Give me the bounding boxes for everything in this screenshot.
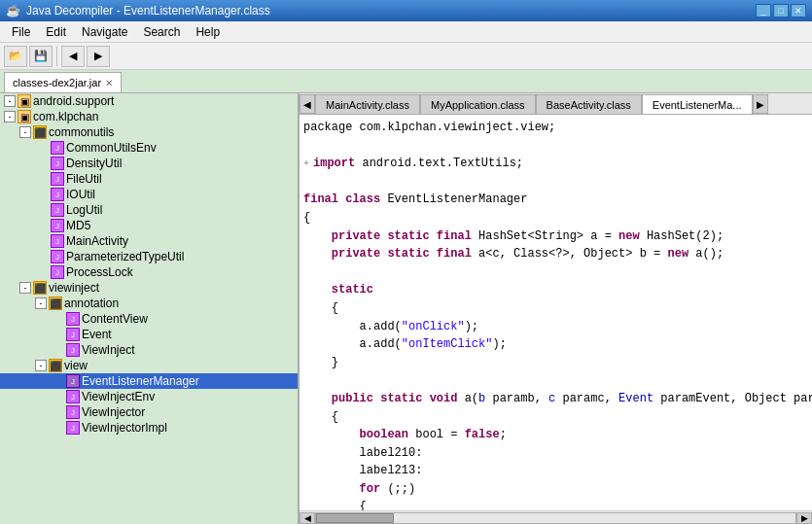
tree-label: MainActivity [66,234,128,248]
tree-node-densityutil[interactable]: J DensityUtil [0,156,298,171]
tab-eventlistenermanager[interactable]: EventListenerMa... [642,94,753,114]
folder-icon: ▣ [18,94,31,108]
tree-label: ViewInject [82,343,134,357]
title-bar-left: ☕ Java Decompiler - EventListenerManager… [6,4,270,17]
tree-label: ParameterizedTypeUtil [66,250,184,263]
tab-myapplication[interactable]: MyApplication.class [420,94,536,114]
file-tree[interactable]: - ▣ android.support - ▣ com.klpchan - ⬛ … [0,93,300,524]
tree-label: view [64,359,88,372]
menu-search[interactable]: Search [135,23,188,41]
folder-icon: ▣ [18,110,31,123]
tree-node-viewinject-class[interactable]: J ViewInject [0,342,298,358]
code-area: ◀ MainActivity.class MyApplication.class… [300,93,812,524]
tree-node-event[interactable]: J Event [0,327,298,342]
jar-tab-bar: classes-dex2jar.jar ✕ [0,70,812,93]
expand-icon[interactable]: - [19,126,31,138]
tree-node-com-klpchan[interactable]: - ▣ com.klpchan [0,109,298,124]
tree-label: DensityUtil [66,157,122,170]
back-button[interactable]: ◀ [61,46,85,67]
fold-icon[interactable]: + [303,158,309,169]
tree-node-parameterizedtypeutil[interactable]: J ParameterizedTypeUtil [0,249,298,264]
class-icon: J [51,234,64,248]
tree-node-commonutils[interactable]: - ⬛ commonutils [0,124,298,140]
minimize-button[interactable]: _ [756,4,771,17]
tree-node-md5[interactable]: J MD5 [0,218,298,233]
horizontal-scrollbar-thumb[interactable] [316,513,394,523]
menu-file[interactable]: File [4,23,38,41]
tree-node-mainactivity[interactable]: J MainActivity [0,233,298,249]
tree-node-viewinjectenv[interactable]: J ViewInjectEnv [0,389,298,404]
class-icon: J [66,328,80,341]
tree-node-annotation[interactable]: - ⬛ annotation [0,296,298,311]
tree-node-logutil[interactable]: J LogUtil [0,202,298,218]
tree-label: EventListenerManager [82,374,199,388]
tree-node-viewinjector[interactable]: J ViewInjector [0,404,298,420]
tab-label: MainActivity.class [326,99,409,111]
class-icon: J [51,188,64,201]
tree-label: android.support [33,94,114,108]
class-icon: J [66,405,80,419]
tree-node-processlock[interactable]: J ProcessLock [0,264,298,280]
menu-navigate[interactable]: Navigate [74,23,135,41]
scroll-left-button[interactable]: ◀ [300,512,315,524]
class-icon: J [51,219,64,232]
tree-node-view[interactable]: - ⬛ view [0,358,298,373]
tree-label: MD5 [66,219,90,232]
tab-nav-left[interactable]: ◀ [300,94,315,114]
package-icon: ⬛ [33,281,47,295]
expand-icon[interactable]: - [4,111,16,122]
tab-nav-right[interactable]: ▶ [753,94,768,114]
expand-icon[interactable]: - [35,360,47,371]
tree-label: commonutils [49,125,114,139]
expand-icon[interactable]: - [35,297,47,309]
class-icon: J [66,390,80,403]
class-icon: J [51,203,64,217]
maximize-button[interactable]: □ [773,4,789,17]
toolbar: 📂 💾 ◀ ▶ [0,43,812,70]
expand-icon[interactable]: - [19,282,31,294]
tree-label: CommonUtilsEnv [66,141,157,155]
title-bar-controls[interactable]: _ □ ✕ [756,4,806,17]
tree-label: ViewInjector [82,405,145,419]
toolbar-separator [56,47,57,66]
close-button[interactable]: ✕ [791,4,806,17]
tree-node-fileutil[interactable]: J FileUtil [0,171,298,187]
save-button[interactable]: 💾 [29,46,53,67]
class-icon: J [51,141,64,155]
tree-node-commonutilsenv[interactable]: J CommonUtilsEnv [0,140,298,156]
horizontal-scrollbar-track[interactable] [315,512,796,524]
forward-button[interactable]: ▶ [87,46,110,67]
package-icon: ⬛ [33,125,47,139]
tab-label: MyApplication.class [431,99,525,111]
class-icon: J [51,172,64,186]
tree-node-eventlistenermanager[interactable]: J EventListenerManager [0,373,298,389]
app-title: Java Decompiler - EventListenerManager.c… [26,4,270,17]
tab-baseactivity[interactable]: BaseActivity.class [536,94,642,114]
open-button[interactable]: 📂 [4,46,27,67]
code-tabs: ◀ MainActivity.class MyApplication.class… [300,93,812,115]
tree-label: ViewInjectorImpl [82,421,167,435]
expand-icon[interactable]: - [4,95,16,107]
code-content[interactable]: package com.klpchan.viewinject.view; +im… [300,115,812,510]
scroll-right-button[interactable]: ▶ [796,512,812,524]
tree-label: ViewInjectEnv [82,390,155,403]
tab-mainactivity[interactable]: MainActivity.class [315,94,420,114]
package-icon: ⬛ [49,359,62,372]
tree-label: com.klpchan [33,110,98,123]
tree-node-viewinjectorimpl[interactable]: J ViewInjectorImpl [0,420,298,436]
tree-node-contentview[interactable]: J ContentView [0,311,298,327]
tree-node-ioutil[interactable]: J IOUtil [0,187,298,202]
tab-label: BaseActivity.class [547,99,631,111]
package-icon: ⬛ [49,297,62,310]
jar-tab-close-icon[interactable]: ✕ [105,78,113,88]
class-icon: J [66,312,80,326]
jar-tab-label: classes-dex2jar.jar [13,77,101,88]
menu-help[interactable]: Help [188,23,228,41]
class-icon: J [66,421,80,435]
tree-node-viewinject[interactable]: - ⬛ viewinject [0,280,298,296]
menu-edit[interactable]: Edit [38,23,74,41]
class-icon: J [51,250,64,263]
jar-tab[interactable]: classes-dex2jar.jar ✕ [4,72,122,92]
tree-node-android-support[interactable]: - ▣ android.support [0,93,298,109]
bottom-scrollbar[interactable]: ◀ ▶ [300,510,812,524]
